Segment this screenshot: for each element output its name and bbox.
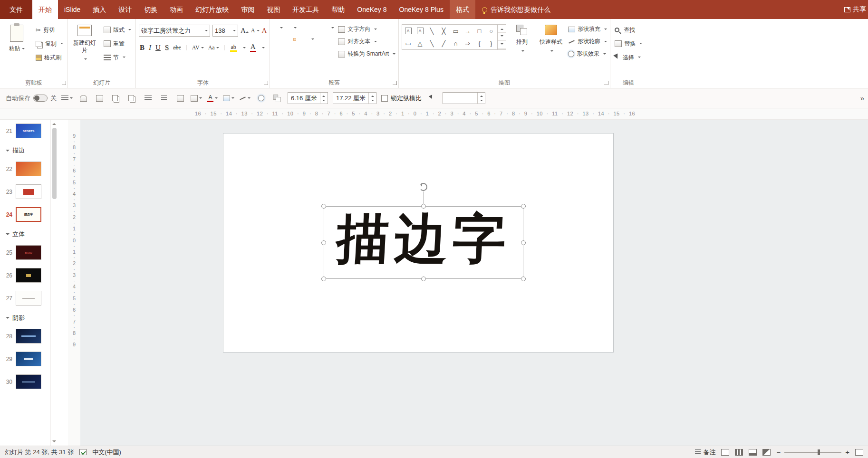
resize-handle-middle-left[interactable] [321, 240, 326, 245]
slide-thumbnail-24-selected[interactable]: 描边字 [16, 207, 41, 222]
spin-down-icon[interactable] [478, 98, 485, 104]
font-size-combo[interactable]: 138 [212, 25, 238, 37]
slide-thumbnail-29[interactable] [16, 352, 41, 366]
block-arrow-shape-icon[interactable]: ⇒ [465, 40, 470, 47]
thumbnail-scrollbar[interactable] [50, 120, 58, 446]
spin-down-icon[interactable] [369, 98, 376, 104]
font-family-combo[interactable]: 锐字工房洪荒之力 [139, 25, 210, 37]
layout-button[interactable]: 版式 [102, 24, 133, 36]
reset-button[interactable]: 重置 [102, 38, 133, 49]
dialog-launcher-icon[interactable] [393, 81, 397, 85]
text-shadow-button[interactable]: S [165, 44, 169, 52]
shrink-font-button[interactable]: A [251, 27, 260, 34]
rectangle-shape-icon[interactable]: ▭ [453, 28, 458, 35]
slide-thumbnail-26[interactable] [16, 268, 41, 283]
tab-review[interactable]: 审阅 [235, 0, 260, 19]
shape-gallery-down-button[interactable] [498, 33, 506, 41]
resize-handle-top-right[interactable] [521, 204, 526, 209]
slide-thumbnail-22[interactable] [16, 162, 41, 176]
diagonal-line2-shape-icon[interactable]: ╱ [442, 40, 446, 47]
outline-color-button[interactable] [239, 93, 251, 104]
numbering-button[interactable] [287, 27, 289, 29]
justify-button[interactable] [289, 38, 290, 40]
merge-shapes-button[interactable] [271, 93, 283, 104]
selected-text-box[interactable]: 描边字 [324, 206, 523, 279]
line-shape-icon[interactable]: ╲ [430, 28, 434, 35]
tab-developer[interactable]: 开发工具 [286, 0, 325, 19]
font-color-button[interactable]: A [250, 43, 256, 52]
select-button[interactable]: 选择 [613, 52, 644, 63]
redo-button[interactable] [77, 93, 89, 104]
underline-button[interactable]: U [155, 44, 161, 52]
tab-animations[interactable]: 动画 [164, 0, 189, 19]
spin-down-icon[interactable] [320, 98, 328, 104]
scrollbar-thumb[interactable] [52, 128, 57, 199]
tab-transitions[interactable]: 切换 [138, 0, 164, 19]
empty-spin-field[interactable] [443, 92, 485, 104]
left-brace-shape-icon[interactable]: { [478, 40, 480, 47]
bullets-button[interactable] [273, 27, 275, 29]
tab-islide[interactable]: iSlide [58, 0, 87, 19]
rounded-rectangle-shape-icon[interactable]: ▭ [405, 40, 411, 47]
notes-button[interactable]: 备注 [695, 448, 715, 457]
zoom-slider-thumb[interactable] [818, 449, 820, 455]
reading-view-button[interactable] [749, 449, 757, 456]
resize-handle-middle-right[interactable] [521, 240, 526, 245]
shape-outline-button[interactable]: 形状轮廓 [568, 38, 607, 46]
columns-button[interactable] [305, 38, 307, 40]
distribute-text-button[interactable] [294, 38, 296, 40]
picture-quick-button[interactable] [94, 93, 105, 104]
line-spacing-button[interactable] [324, 27, 326, 29]
share-button[interactable]: 共享 [840, 0, 868, 19]
format-painter-button[interactable]: 格式刷 [34, 52, 65, 63]
proofing-icon[interactable] [79, 449, 87, 455]
tab-slideshow[interactable]: 幻灯片放映 [189, 0, 235, 19]
tell-me-box[interactable]: 告诉我你想要做什么 [475, 0, 557, 19]
shape-width-field[interactable]: 17.22 厘米 [333, 92, 376, 104]
slide-thumbnail-23[interactable] [16, 184, 41, 199]
text-fill-button[interactable]: A [207, 93, 218, 104]
selection-pane-button[interactable] [426, 93, 438, 104]
arc-shape-icon[interactable]: ∩ [453, 40, 458, 47]
right-brace-shape-icon[interactable]: } [490, 40, 492, 47]
shape-gallery[interactable]: A A ╲ ╳ ▭ → □ ○ ▭ △ ╲ ╱ ∩ ⇒ { [402, 24, 498, 50]
align-text-button[interactable]: 对齐文本 [338, 38, 395, 46]
change-case-button[interactable]: Aa [208, 44, 219, 51]
slide-thumbnail-28[interactable] [16, 329, 41, 344]
scroll-up-icon[interactable] [52, 121, 56, 125]
normal-view-button[interactable] [721, 449, 729, 456]
tab-onekey8plus[interactable]: OneKey 8 Plus [393, 0, 450, 19]
slide-thumbnail-27[interactable] [16, 291, 41, 305]
triangle-shape-icon[interactable]: △ [418, 40, 423, 47]
crossed-lines-shape-icon[interactable]: ╳ [442, 28, 446, 35]
resize-handle-top-left[interactable] [321, 204, 326, 209]
paste-button[interactable]: 粘贴 [3, 20, 30, 68]
text-effects-button[interactable] [255, 93, 267, 104]
shape-effects-button[interactable]: 形状效果 [568, 50, 607, 58]
text-box-icon[interactable]: A [405, 28, 412, 34]
cut-button[interactable]: ✂剪切 [34, 24, 65, 36]
dialog-launcher-icon[interactable] [604, 81, 608, 85]
zoom-out-button[interactable]: − [776, 448, 781, 456]
line-spacing-quick-button[interactable] [61, 93, 73, 104]
oval-shape-icon[interactable]: ○ [490, 28, 493, 35]
shape-gallery-more-button[interactable] [498, 41, 506, 49]
vertical-text-box-icon[interactable]: A [417, 28, 424, 34]
language-label[interactable]: 中文(中国) [92, 448, 121, 457]
tab-help[interactable]: 帮助 [325, 0, 351, 19]
send-backward-button[interactable] [126, 93, 137, 104]
scroll-down-icon[interactable] [52, 440, 56, 444]
resize-handle-bottom-left[interactable] [321, 277, 326, 281]
spin-up-icon[interactable] [369, 93, 376, 98]
tab-file[interactable]: 文件 [0, 0, 32, 19]
slideshow-view-button[interactable] [762, 449, 771, 456]
autosave-toggle[interactable]: 自动保存 关 [6, 94, 57, 103]
resize-handle-bottom-right[interactable] [521, 277, 526, 281]
arrange-button[interactable]: 排列 [510, 20, 534, 68]
zoom-in-button[interactable]: + [845, 448, 849, 456]
copy-button[interactable]: 复制 [34, 38, 65, 49]
slide-24[interactable]: 描边字 [223, 133, 614, 353]
tab-format[interactable]: 格式 [450, 0, 475, 19]
section-header-solid[interactable]: 立体 [6, 230, 50, 239]
shape-fill-button[interactable]: 形状填充 [568, 25, 607, 33]
